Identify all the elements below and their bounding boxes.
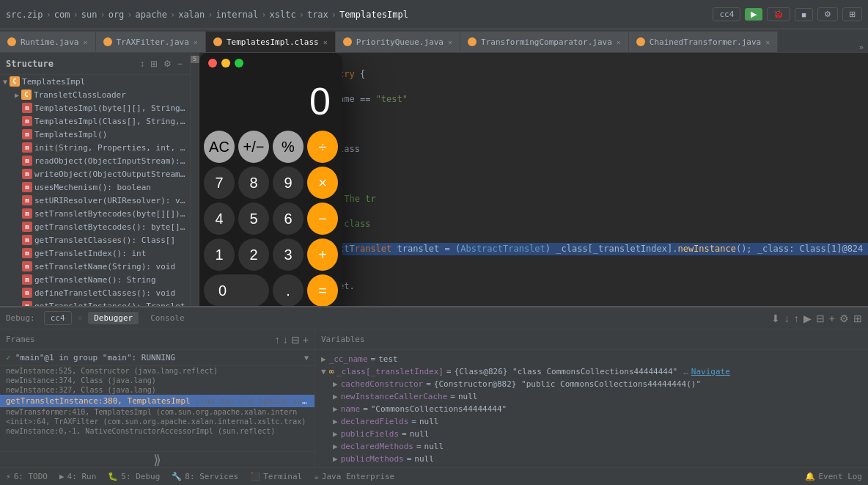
calc-key-decimal[interactable]: . xyxy=(273,274,304,306)
sidebar-item-init[interactable]: m init(String, Properties, int, Transfor xyxy=(0,141,190,154)
sidebar-item-definetransletclasses[interactable]: m defineTransletClasses(): void xyxy=(0,286,190,299)
debug-step-into[interactable]: ↓ xyxy=(784,313,790,324)
calc-key-3[interactable]: 3 xyxy=(273,238,304,271)
calc-key-1[interactable]: 1 xyxy=(204,238,235,271)
tab-close-traxfilter[interactable]: ✕ xyxy=(194,38,198,46)
sidebar-item-readobject[interactable]: m readObject(ObjectInputStream): vo xyxy=(0,154,190,167)
expand-icon[interactable]: ⟫ xyxy=(153,452,161,467)
sidebar-item-seturiresolver[interactable]: m setURIResolver(URIResolver): void xyxy=(0,194,190,207)
debug-frame-nativeconstructor[interactable]: newInstance:0,-1, NativeConstructorAcces… xyxy=(0,426,315,436)
status-java-enterprise[interactable]: ☕ Java Enterprise xyxy=(314,472,394,481)
thread-dropdown-arrow[interactable]: ▼ xyxy=(304,354,309,362)
debug-frame-newtransformer[interactable]: newTransformer:410, TemplatesImpl (com.s… xyxy=(0,407,315,417)
calc-key-2[interactable]: 2 xyxy=(238,238,269,271)
breadcrumb-apache[interactable]: apache xyxy=(136,10,167,20)
sidebar-sort-button[interactable]: ↕ xyxy=(139,57,146,70)
calc-key-4[interactable]: 4 xyxy=(204,203,235,235)
debug-frame-item[interactable]: newInstance:525, Constructor (java.lang.… xyxy=(0,366,315,376)
sidebar-minimize-button[interactable]: − xyxy=(176,57,184,70)
layout-button[interactable]: ⊞ xyxy=(842,7,862,21)
breadcrumb-templatesimpl[interactable]: TemplatesImpl xyxy=(339,10,408,20)
calc-key-percent[interactable]: % xyxy=(273,131,304,163)
var-arrow-ccname[interactable]: ▶ xyxy=(321,354,326,364)
debug-resume[interactable]: ▶ xyxy=(803,313,812,324)
breadcrumb-xalan[interactable]: xalan xyxy=(178,10,205,20)
tab-close-priorityqueue[interactable]: ✕ xyxy=(448,38,452,46)
sidebar-item-gettransletclasses[interactable]: m getTransletClasses(): Class[] xyxy=(0,233,190,247)
calc-minimize-button[interactable] xyxy=(221,59,230,68)
status-event-log[interactable]: 🔔 Event Log xyxy=(805,472,862,481)
calc-key-7[interactable]: 7 xyxy=(204,167,235,199)
settings-button[interactable]: ⚙ xyxy=(817,7,838,21)
thin-panel-btn1[interactable]: S xyxy=(191,56,199,63)
sidebar-item-gettransletindex[interactable]: m getTransletIndex(): int xyxy=(0,247,190,260)
status-todo[interactable]: ⚡ 6: TODO xyxy=(6,472,48,481)
status-run[interactable]: ▶ 4: Run xyxy=(59,472,96,481)
stop-button[interactable]: ■ xyxy=(795,8,813,21)
tab-overflow-chevron[interactable]: » xyxy=(854,43,868,52)
calc-key-divide[interactable]: ÷ xyxy=(307,131,338,163)
breadcrumb-sun[interactable]: sun xyxy=(81,10,98,20)
thread-selector[interactable]: ✓ "main"@1 in group "main": RUNNING ▼ xyxy=(0,350,315,366)
sidebar-item-writeobject[interactable]: m writeObject(ObjectOutputStream): v xyxy=(0,167,190,180)
breadcrumb-trax[interactable]: trax xyxy=(307,10,328,20)
tab-debugger[interactable]: Debugger xyxy=(88,312,139,324)
calc-key-9[interactable]: 9 xyxy=(273,167,304,199)
tab-close-transforming[interactable]: ✕ xyxy=(617,38,621,46)
tab-transformingcomparator[interactable]: TransformingComparator.java ✕ xyxy=(460,32,629,52)
debug-config-badge[interactable]: cc4 xyxy=(44,311,72,325)
var-arrow-cachedconstructor[interactable]: ▶ xyxy=(333,379,338,389)
tab-chainedtransformer[interactable]: ChainedTransformer.java ✕ xyxy=(629,32,778,52)
debug-frame-item[interactable]: newInstance:374, Class (java.lang) xyxy=(0,376,315,385)
breadcrumb-srczip[interactable]: src.zip xyxy=(6,10,43,20)
frames-up[interactable]: ↑ xyxy=(275,334,280,346)
status-debug[interactable]: 🐛 5: Debug xyxy=(108,472,160,481)
var-arrow-class[interactable]: ▼ xyxy=(321,367,326,376)
sidebar-item-gettransletbytecodes[interactable]: m getTransletBytecodes(): byte[][] xyxy=(0,220,190,233)
status-services[interactable]: 🔧 8: Services xyxy=(172,472,238,481)
debug-filter[interactable]: ⊟ xyxy=(816,313,825,324)
calc-key-5[interactable]: 5 xyxy=(238,203,269,235)
tab-close-runtime[interactable]: ✕ xyxy=(83,38,87,46)
calc-close-button[interactable] xyxy=(208,59,217,68)
tab-templatesimpl[interactable]: TemplatesImpl.class ✕ xyxy=(206,32,336,52)
breadcrumb-com[interactable]: com xyxy=(54,10,70,20)
calc-key-6[interactable]: 6 xyxy=(273,203,304,235)
sidebar-item-settransletbytecodes[interactable]: m setTransletBytecodes(byte[][]): vo xyxy=(0,207,190,220)
frames-down[interactable]: ↓ xyxy=(283,334,288,346)
calc-key-plusminus[interactable]: +/− xyxy=(238,131,269,163)
tab-traxfilter[interactable]: TrAXFilter.java ✕ xyxy=(96,32,206,52)
calc-key-equals[interactable]: = xyxy=(307,274,338,306)
debug-frame-init[interactable]: <init>:64, TrAXFilter (com.sun.org.apach… xyxy=(0,417,315,426)
tab-console[interactable]: Console xyxy=(144,312,190,324)
frames-filter[interactable]: ⊟ xyxy=(291,334,300,346)
calc-maximize-button[interactable] xyxy=(235,59,243,68)
tab-close-templatesimpl[interactable]: ✕ xyxy=(323,38,328,46)
tab-runtime[interactable]: Runtime.java ✕ xyxy=(0,32,96,52)
frames-add[interactable]: + xyxy=(303,334,309,346)
sidebar-item-settransletname[interactable]: m setTransletName(String): void xyxy=(0,260,190,273)
tab-priorityqueue[interactable]: PriorityQueue.java ✕ xyxy=(336,32,460,52)
sidebar-filter-button[interactable]: ⊞ xyxy=(149,57,159,70)
sidebar-item-templatesimpl[interactable]: ▼ C TemplatesImpl xyxy=(0,75,190,88)
sidebar-item-constructor1[interactable]: m TemplatesImpl(byte[][], String, Pro xyxy=(0,101,190,114)
sidebar-item-constructor3[interactable]: m TemplatesImpl() xyxy=(0,128,190,141)
config-badge[interactable]: cc4 xyxy=(713,7,740,21)
debug-layout2[interactable]: ⊞ xyxy=(853,313,862,324)
sidebar-item-transletclassloader[interactable]: ▶ C TransletClassLoader xyxy=(0,88,190,101)
calc-key-8[interactable]: 8 xyxy=(238,167,269,199)
breadcrumb-internal[interactable]: internal xyxy=(216,10,259,20)
debug-add-frame[interactable]: + xyxy=(829,313,835,324)
tab-close-chained[interactable]: ✕ xyxy=(765,38,770,46)
debug-step-over[interactable]: ⬇ xyxy=(771,313,780,324)
var-arrow-declaredmethods[interactable]: ▶ xyxy=(333,442,338,451)
var-arrow-publicmethods[interactable]: ▶ xyxy=(333,454,338,464)
status-terminal[interactable]: ⬛ Terminal xyxy=(250,472,302,481)
var-navigate-link[interactable]: Navigate xyxy=(691,367,730,376)
frames-expand-button[interactable]: ⟫ xyxy=(0,451,315,467)
run-button[interactable]: ▶ xyxy=(745,8,762,21)
debug-button[interactable]: 🐞 xyxy=(767,7,790,21)
debug-settings2[interactable]: ⚙ xyxy=(839,313,849,324)
sidebar-item-gettransletname[interactable]: m getTransletName(): String xyxy=(0,273,190,286)
calculator-window[interactable]: 0 AC +/− % ÷ 7 8 9 × 4 5 6 − xyxy=(199,53,342,306)
